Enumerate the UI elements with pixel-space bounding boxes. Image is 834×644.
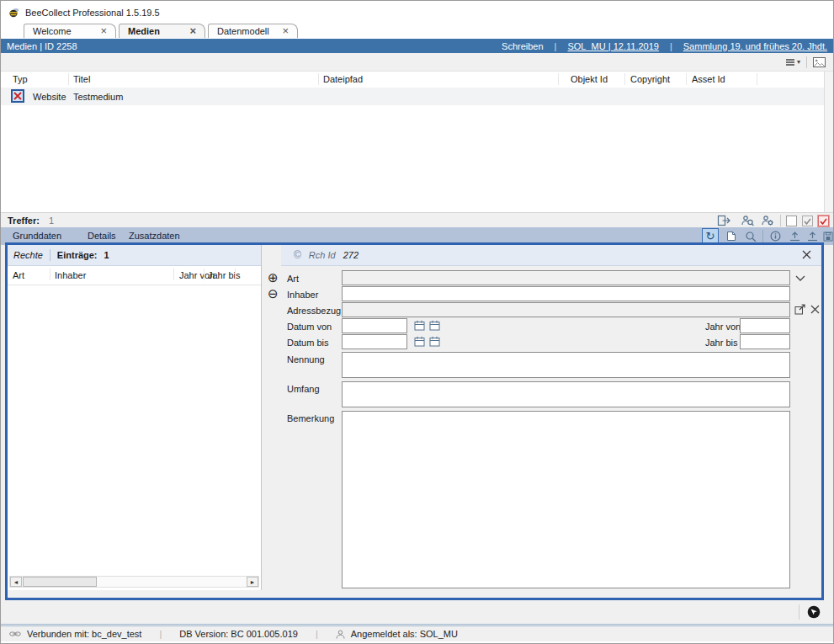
results-count: 1 — [49, 216, 54, 226]
cell-titel: Testmedium — [73, 92, 123, 102]
external-link-icon[interactable] — [794, 304, 805, 315]
separator: | — [670, 41, 672, 51]
calendar-alt-icon[interactable] — [429, 320, 440, 331]
tab-medien[interactable]: Medien × — [119, 24, 205, 38]
datum-von-input[interactable] — [342, 318, 407, 333]
user-search-icon[interactable] — [740, 214, 755, 227]
tab-zusatzdaten[interactable]: Zusatzdaten — [129, 231, 180, 241]
divider — [50, 249, 50, 261]
rechte-dialog: Rechte Einträge: 1 Art Inhaber Jahr von … — [5, 242, 824, 600]
rechte-panel-header: Rechte Einträge: 1 — [8, 245, 261, 266]
record-id-value: 272 — [343, 250, 359, 260]
vertical-scrollbar[interactable] — [824, 72, 834, 212]
tab-label: Welcome — [33, 26, 72, 36]
column-header-art[interactable]: Art — [13, 270, 24, 280]
close-icon[interactable] — [802, 250, 811, 259]
rechte-list-body[interactable] — [8, 285, 261, 578]
entries-count: 1 — [104, 250, 109, 260]
caret-down-icon: ▾ — [797, 58, 800, 66]
field-label-inhaber: Inhaber — [287, 290, 318, 300]
tab-details[interactable]: Details — [88, 231, 116, 241]
column-divider — [50, 269, 50, 280]
nennung-textarea[interactable] — [342, 352, 790, 378]
column-header-dateipfad[interactable]: Dateipfad — [323, 74, 363, 84]
jahr-bis-input[interactable] — [740, 334, 790, 349]
field-label-umfang: Umfang — [287, 384, 320, 394]
column-divider — [204, 269, 205, 280]
field-label-adressbezug: Adressbezug — [287, 306, 341, 316]
record-title: Medien | ID 2258 — [7, 41, 77, 51]
tab-label: Datenmodell — [217, 26, 269, 36]
title-bar: BeeCollect Professional 1.5.19.5 — [1, 1, 833, 24]
media-table-row[interactable]: Website Testmedium — [1, 88, 824, 105]
tab-datenmodell[interactable]: Datenmodell × — [208, 24, 298, 38]
horizontal-scrollbar[interactable]: ◄ ► — [9, 576, 259, 588]
copyright-icon: © — [294, 249, 301, 261]
export-icon[interactable] — [716, 214, 731, 227]
tab-strip: Welcome × Medien × Datenmodell × — [1, 24, 833, 39]
image-preview-button[interactable] — [813, 57, 826, 67]
column-divider — [318, 73, 319, 85]
results-bar: Treffer: 1 — [1, 212, 833, 228]
view-options-button[interactable]: ▾ — [785, 58, 800, 67]
divider — [780, 215, 781, 226]
mode-label: Schreiben — [502, 41, 544, 51]
column-header-asset-id[interactable]: Asset Id — [692, 74, 725, 84]
scroll-left-icon[interactable]: ◄ — [10, 577, 22, 587]
field-label-nennung: Nennung — [287, 354, 325, 365]
record-header-bar: Medien | ID 2258 Schreiben | SOL_MU | 12… — [1, 39, 833, 53]
results-label: Treffer: — [8, 216, 40, 226]
rechte-list-panel: Rechte Einträge: 1 Art Inhaber Jahr von … — [8, 245, 262, 590]
calendar-icon[interactable] — [414, 320, 425, 331]
navigate-icon[interactable] — [807, 605, 821, 619]
connection-status: Verbunden mit: bc_dev_test — [27, 629, 141, 639]
user-icon — [336, 630, 345, 639]
checkbox-checked-icon[interactable] — [802, 216, 813, 226]
clear-icon[interactable] — [810, 305, 820, 314]
add-entry-button[interactable]: ⊕ — [268, 272, 279, 284]
field-label-jahr-von: Jahr von — [705, 322, 741, 332]
tab-grunddaten[interactable]: Grunddaten — [13, 231, 61, 241]
close-icon[interactable]: × — [189, 27, 196, 35]
delete-row-icon[interactable] — [11, 89, 24, 103]
bemerkung-textarea[interactable] — [342, 411, 790, 588]
column-divider — [68, 73, 69, 85]
umfang-textarea[interactable] — [342, 381, 790, 407]
collection-link[interactable]: Sammlung 19. und frühes 20. Jhdt. — [683, 41, 827, 51]
jahr-von-input[interactable] — [740, 318, 790, 333]
field-label-bemerkung: Bemerkung — [287, 413, 334, 423]
calendar-alt-icon[interactable] — [429, 336, 440, 347]
separator: | — [555, 41, 557, 51]
column-header-objekt-id[interactable]: Objekt Id — [571, 74, 608, 84]
column-header-typ[interactable]: Typ — [13, 74, 28, 84]
user-settings-icon[interactable] — [760, 214, 775, 227]
calendar-icon[interactable] — [414, 336, 425, 347]
art-select[interactable] — [342, 270, 790, 285]
checkbox-unchecked-icon[interactable] — [786, 216, 797, 226]
checkbox-checked-red-icon[interactable] — [818, 216, 829, 226]
datum-bis-input[interactable] — [342, 334, 407, 349]
column-header-inhaber[interactable]: Inhaber — [55, 270, 86, 280]
column-header-titel[interactable]: Titel — [73, 74, 90, 84]
divider — [799, 604, 799, 620]
media-table-header: Typ Titel Dateipfad Objekt Id Copyright … — [1, 72, 824, 88]
close-icon[interactable]: × — [100, 27, 107, 35]
tab-welcome[interactable]: Welcome × — [24, 24, 116, 38]
user-date-link[interactable]: SOL_MU | 12.11.2019 — [567, 41, 658, 51]
media-toolbar: ▾ — [1, 53, 833, 72]
close-icon[interactable]: × — [282, 27, 289, 35]
panel-title: Rechte — [13, 250, 43, 260]
record-id-label: Rch Id — [309, 250, 336, 260]
tab-label: Medien — [128, 26, 160, 36]
chevron-down-icon[interactable] — [795, 275, 805, 282]
image-icon — [813, 57, 826, 67]
divider — [762, 230, 763, 242]
column-header-copyright[interactable]: Copyright — [630, 74, 670, 84]
db-version: DB Version: BC 001.005.019 — [179, 629, 298, 639]
scroll-right-icon[interactable]: ► — [247, 577, 258, 587]
adressbezug-field[interactable] — [342, 302, 790, 317]
remove-entry-button[interactable]: ⊖ — [268, 288, 279, 300]
inhaber-input[interactable] — [342, 286, 790, 301]
scrollbar-thumb[interactable] — [23, 577, 97, 587]
entries-label: Einträge: — [57, 250, 98, 260]
